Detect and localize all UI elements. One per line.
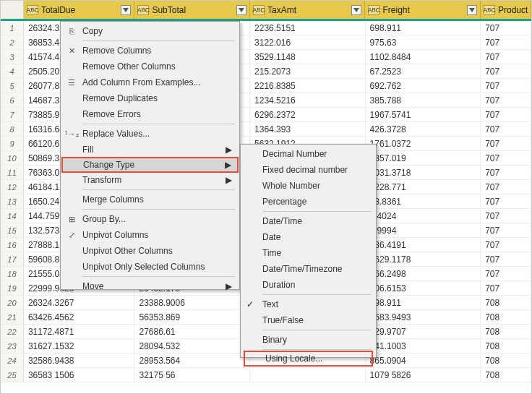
cell[interactable]: 841.1003	[366, 339, 481, 353]
menu-item-copy[interactable]: ⎘Copy	[62, 23, 238, 39]
cell[interactable]: 707	[481, 223, 531, 237]
submenu-item-datetime-timezone[interactable]: Date/Time/Timezone	[242, 261, 374, 277]
cell[interactable]: 32175 56	[134, 368, 250, 382]
cell[interactable]: 698.911	[366, 296, 481, 309]
cell[interactable]: 6296.2372	[250, 108, 366, 121]
cell[interactable]	[250, 368, 366, 382]
submenu-item-time[interactable]: Time	[242, 245, 374, 261]
menu-item-fill[interactable]: Fill▶	[62, 142, 238, 158]
cell[interactable]: 215.2073	[250, 64, 366, 78]
cell[interactable]: 736.4191	[366, 238, 481, 252]
cell[interactable]: 707	[481, 238, 531, 252]
cell[interactable]: 975.63	[366, 35, 481, 49]
cell[interactable]: 606.6153	[366, 281, 481, 295]
cell[interactable]: 707	[481, 166, 531, 179]
menu-item-transform[interactable]: Transform▶	[62, 172, 238, 188]
cell[interactable]: 1102.8484	[366, 50, 481, 64]
menu-item-unpivot-selected[interactable]: Unpivot Only Selected Columns	[62, 259, 238, 275]
cell[interactable]: 56353.869	[134, 310, 250, 324]
cell[interactable]: 707	[481, 252, 531, 266]
menu-item-remove-columns[interactable]: ✕Remove Columns	[62, 43, 238, 59]
cell[interactable]: 707	[481, 122, 531, 136]
column-header-product[interactable]: ABC Product	[481, 1, 531, 19]
cell[interactable]: 708	[481, 296, 531, 309]
menu-item-add-column-examples[interactable]: ☰Add Column From Examples...	[62, 74, 238, 90]
cell[interactable]: 708	[481, 354, 531, 367]
cell[interactable]: 566.2498	[366, 267, 481, 280]
cell[interactable]: 31172.4871	[24, 325, 135, 338]
cell[interactable]: 3529.1148	[250, 50, 366, 64]
submenu-item-datetime[interactable]: Date/Time	[242, 213, 374, 229]
submenu-item-binary[interactable]: Binary	[242, 332, 374, 348]
cell[interactable]: 27686.61	[134, 325, 250, 338]
menu-item-replace-values[interactable]: ¹→₂Replace Values...	[62, 126, 238, 142]
menu-item-change-type[interactable]: Change Type▶	[61, 157, 239, 173]
cell[interactable]: 1683.9493	[366, 310, 481, 324]
cell[interactable]: 707	[481, 64, 531, 78]
cell[interactable]: 1357.019	[366, 151, 481, 165]
menu-item-remove-other-columns[interactable]: Remove Other Columns	[62, 59, 238, 74]
submenu-item-true-false[interactable]: True/False	[242, 312, 374, 328]
menu-item-unpivot-other[interactable]: Unpivot Other Columns	[62, 243, 238, 259]
cell[interactable]: 28953.564	[134, 354, 250, 367]
cell[interactable]: 707	[481, 137, 531, 150]
cell[interactable]: 23388.9006	[134, 296, 250, 309]
cell[interactable]: 28094.532	[134, 339, 250, 353]
cell[interactable]: 385.788	[366, 93, 481, 107]
cell[interactable]: 1761.0372	[366, 137, 481, 150]
submenu-item-decimal[interactable]: Decimal Number	[242, 146, 374, 162]
menu-item-remove-errors[interactable]: Remove Errors	[62, 106, 238, 122]
cell[interactable]: 2031.3718	[366, 166, 481, 179]
cell[interactable]: 707	[481, 108, 531, 121]
filter-dropdown-icon[interactable]	[121, 5, 131, 15]
cell[interactable]: 865.0904	[366, 354, 481, 367]
submenu-item-fixed-decimal[interactable]: Fixed decimal number	[242, 162, 374, 178]
cell[interactable]: 67.2523	[366, 64, 481, 78]
cell[interactable]: 708	[481, 368, 531, 382]
cell[interactable]: 707	[481, 267, 531, 280]
menu-item-move[interactable]: Move▶	[62, 278, 238, 294]
column-header-freight[interactable]: ABC Freight	[365, 1, 481, 19]
cell[interactable]: 32586.9438	[24, 354, 135, 367]
cell[interactable]: 707	[481, 50, 531, 64]
filter-dropdown-icon[interactable]	[236, 5, 246, 15]
cell[interactable]: 708	[481, 339, 531, 353]
cell[interactable]: 26324.3267	[24, 296, 135, 309]
cell[interactable]: 698.911	[366, 21, 481, 35]
cell[interactable]: 707	[481, 281, 531, 295]
cell[interactable]: 31627.1532	[24, 339, 135, 353]
menu-item-group-by[interactable]: ⊞Group By...	[62, 211, 238, 227]
cell[interactable]: 1234.5216	[250, 93, 366, 107]
cell[interactable]: 708	[481, 310, 531, 324]
cell[interactable]: 36583 1506	[24, 368, 135, 382]
cell[interactable]: 2236.5151	[250, 21, 366, 35]
menu-item-unpivot[interactable]: ⤢Unpivot Columns	[62, 227, 238, 243]
cell[interactable]: 43.8361	[366, 194, 481, 208]
column-header-subtotal[interactable]: ABC SubTotal	[134, 1, 250, 19]
menu-item-remove-duplicates[interactable]: Remove Duplicates	[62, 90, 238, 106]
cell[interactable]: 1079 5826	[366, 368, 481, 382]
cell[interactable]: 829.9707	[366, 325, 481, 338]
cell[interactable]: 707	[481, 209, 531, 223]
submenu-item-text[interactable]: ✓Text	[242, 296, 374, 312]
table-row[interactable]: 2536583 150632175 561079 5826708	[1, 368, 531, 382]
cell[interactable]: 1629.1178	[366, 252, 481, 266]
cell[interactable]: 2.9994	[366, 223, 481, 237]
cell[interactable]: 1364.393	[250, 122, 366, 136]
column-header-totaldue[interactable]: ABC TotalDue	[24, 1, 135, 19]
cell[interactable]: 1228.771	[366, 180, 481, 194]
filter-dropdown-icon[interactable]	[467, 5, 477, 15]
cell[interactable]: 3122.016	[250, 35, 366, 49]
cell[interactable]: 426.3728	[366, 122, 481, 136]
submenu-item-whole-number[interactable]: Whole Number	[242, 178, 374, 194]
submenu-item-using-locale[interactable]: Using Locale...	[244, 351, 373, 367]
cell[interactable]: 707	[481, 21, 531, 35]
cell[interactable]: 707	[481, 79, 531, 93]
submenu-item-percentage[interactable]: Percentage	[242, 194, 374, 210]
cell[interactable]: 2216.8385	[250, 79, 366, 93]
filter-dropdown-icon[interactable]	[351, 5, 361, 15]
cell[interactable]: 708	[481, 325, 531, 338]
menu-item-merge-columns[interactable]: Merge Columns	[62, 192, 238, 207]
cell[interactable]: 707	[481, 194, 531, 208]
cell[interactable]: 707	[481, 180, 531, 194]
